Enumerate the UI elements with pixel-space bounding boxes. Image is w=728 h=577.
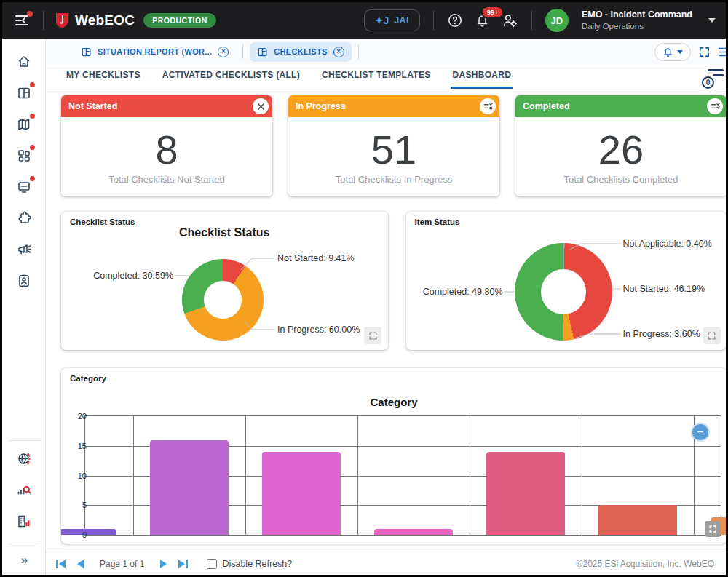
checklist-check-icon[interactable] (707, 98, 723, 114)
alert-dot (30, 145, 35, 150)
expand-chart-icon[interactable] (703, 327, 721, 344)
stat-card-not-started: Not Started 8 Total Checklists Not Start… (61, 95, 272, 196)
card-header-title: Item Status (415, 218, 460, 226)
next-page-button[interactable] (160, 560, 167, 568)
position-name: Daily Operations (582, 21, 692, 31)
data-search-icon[interactable] (11, 477, 37, 503)
card-header-title: Checklist Status (70, 218, 135, 226)
user-avatar[interactable]: JD (545, 9, 569, 32)
donut-label: In Progress: 3.60% (623, 329, 700, 339)
card-header-title: Category (70, 374, 106, 383)
board-icon (257, 47, 268, 57)
caret-down-icon (677, 50, 683, 54)
disable-refresh-checkbox[interactable] (207, 559, 217, 569)
category-chart-card: Category Category 05101520 − (61, 368, 726, 544)
home-icon[interactable] (11, 49, 37, 75)
item-status-card: Item Status Not Applicable: 0.40% Not St… (406, 212, 727, 350)
page-indicator: Page 1 of 1 (100, 559, 144, 569)
alert-dot (30, 82, 35, 87)
caret-down-icon[interactable] (708, 18, 716, 23)
y-axis-tick-label: 15 (69, 442, 87, 450)
filter-icon[interactable]: 0 (702, 67, 728, 89)
chart-title: Checklist Status (61, 226, 388, 239)
y-axis-tick-label: 5 (69, 501, 87, 509)
stat-cards-row: Not Started 8 Total Checklists Not Start… (61, 95, 726, 196)
category-bar[interactable] (262, 452, 341, 535)
category-bar[interactable] (374, 529, 453, 535)
bell-icon (662, 47, 673, 57)
first-page-button[interactable] (56, 560, 66, 568)
subscriptions-bell-button[interactable] (654, 43, 691, 61)
divider (8, 544, 40, 544)
collapse-menu-icon[interactable] (12, 12, 31, 28)
notifications-bell-icon[interactable]: 99+ (475, 12, 491, 28)
stat-card-title: Completed (523, 101, 570, 111)
alert-dot (30, 114, 35, 119)
close-tab-icon[interactable]: × (333, 47, 344, 57)
checklist-status-card: Checklist Status Checklist Status Not St… (61, 212, 388, 350)
y-axis-tick-label: 0 (69, 530, 87, 539)
previous-page-button[interactable] (77, 560, 84, 568)
divider (433, 11, 434, 30)
notification-count-badge: 99+ (481, 6, 504, 19)
jai-button[interactable]: ✦J JAI (364, 9, 420, 31)
divider (8, 440, 40, 441)
user-admin-icon[interactable] (502, 12, 518, 28)
category-bar[interactable] (486, 452, 565, 535)
maps-icon[interactable] (11, 111, 37, 138)
divider (531, 11, 532, 30)
displays-icon[interactable] (11, 174, 37, 200)
help-icon[interactable] (447, 12, 463, 28)
tab-checklists[interactable]: CHECKLISTS × (250, 42, 351, 62)
divider (43, 11, 44, 30)
board-icon (81, 47, 92, 57)
checklist-icon[interactable] (480, 98, 496, 114)
stat-value: 8 (155, 129, 178, 172)
last-page-button[interactable] (178, 560, 188, 568)
expand-chart-icon[interactable] (705, 521, 721, 537)
expand-sidebar-icon[interactable]: » (21, 553, 26, 568)
subtab-activated-checklists-all[interactable]: ACTIVATED CHECKLISTS (ALL) (161, 64, 301, 89)
copyright-text: ©2025 ESi Acquisition, Inc. WebEO (577, 559, 716, 569)
stat-value: 51 (371, 129, 416, 172)
category-bar[interactable] (150, 440, 229, 535)
sidebar: » (2, 39, 46, 575)
board-list-icon[interactable] (718, 46, 726, 58)
fullscreen-icon[interactable] (698, 46, 711, 58)
divider (358, 44, 359, 59)
plugins-icon[interactable] (11, 205, 37, 231)
user-identity: EMO - Incident Command Daily Operations (582, 9, 692, 31)
app-title: WebEOC (75, 12, 135, 28)
tab-situation-report[interactable]: SITUATION REPORT (WOR... × (74, 42, 236, 62)
organization-icon[interactable] (11, 508, 37, 534)
app-window: WebEOC PRODUCTION ✦J JAI 99+ (0, 0, 728, 577)
subtab-my-checklists[interactable]: MY CHECKLISTS (65, 64, 142, 89)
announcements-icon[interactable] (11, 236, 37, 263)
contacts-icon[interactable] (11, 268, 37, 294)
category-bar[interactable] (598, 505, 677, 535)
expand-chart-icon[interactable] (364, 327, 381, 344)
close-icon[interactable] (253, 98, 269, 114)
stat-caption: Total Checklists Completed (564, 174, 678, 185)
filter-count-badge: 0 (702, 76, 714, 89)
donut-label: Not Started: 9.41% (277, 253, 355, 263)
y-axis-tick-label: 20 (69, 412, 87, 421)
boards-icon[interactable] (11, 80, 37, 106)
disable-refresh-label: Disable Refresh? (222, 559, 292, 569)
stat-card-title: Not Started (68, 101, 117, 111)
apps-icon[interactable] (11, 143, 37, 169)
category-bar-plot (84, 415, 721, 536)
stat-card-title: In Progress (296, 101, 346, 111)
chart-title: Category (61, 396, 726, 408)
divider (242, 44, 243, 59)
dashboard-panel: Not Started 8 Total Checklists Not Start… (46, 89, 726, 552)
zoom-out-button[interactable]: − (691, 423, 710, 442)
stat-caption: Total Checklists Not Started (108, 174, 225, 185)
subtab-dashboard[interactable]: DASHBOARD (451, 64, 513, 89)
web-globe-icon[interactable] (11, 445, 37, 471)
close-tab-icon[interactable]: × (218, 47, 229, 57)
window-tab-strip: SITUATION REPORT (WOR... × CHECKLISTS × (46, 39, 726, 65)
subtab-checklist-templates[interactable]: CHECKLIST TEMPLATES (320, 64, 432, 89)
top-bar: WebEOC PRODUCTION ✦J JAI 99+ (2, 2, 726, 39)
environment-badge: PRODUCTION (143, 13, 216, 28)
